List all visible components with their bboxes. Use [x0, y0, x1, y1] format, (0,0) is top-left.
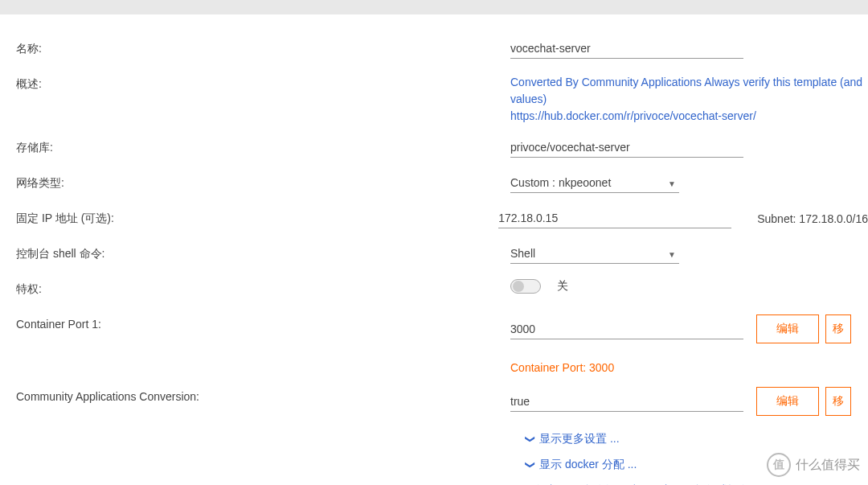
form-container: 名称: 概述: Converted By Community Applicati… [0, 14, 868, 485]
repository-row: 存储库: [16, 138, 868, 160]
privileged-row: 特权: 关 [16, 279, 868, 302]
container-port-row: Container Port 1: 编辑 移 Container Port: 3… [16, 314, 868, 374]
show-more-settings-link[interactable]: ❯ 显示更多设置 ... [526, 432, 868, 446]
overview-label: 概述: [16, 74, 510, 92]
community-conversion-input[interactable] [510, 392, 743, 412]
toggle-knob-icon [513, 281, 524, 292]
name-input[interactable] [510, 39, 743, 59]
top-bar [0, 0, 868, 14]
container-port-edit-button[interactable]: 编辑 [756, 314, 819, 343]
privileged-toggle[interactable] [510, 279, 541, 294]
network-type-row: 网络类型: ▼ [16, 173, 868, 195]
network-type-select[interactable] [510, 173, 679, 193]
repository-input[interactable] [510, 138, 743, 158]
community-conversion-row: Community Applications Conversion: 编辑 移 [16, 387, 868, 416]
container-port-hint: Container Port: 3000 [510, 361, 614, 374]
overview-line1: Converted By Community Applications Alwa… [510, 76, 862, 105]
overview-row: 概述: Converted By Community Applications … [16, 74, 868, 125]
console-shell-row: 控制台 shell 命令: ▼ [16, 244, 868, 266]
subnet-label: Subnet: 172.18.0.0/16 [757, 212, 868, 225]
repository-label: 存储库: [16, 138, 510, 155]
privileged-label: 特权: [16, 279, 510, 297]
watermark-icon: 值 [767, 453, 791, 477]
fixed-ip-label: 固定 IP 地址 (可选): [16, 208, 498, 226]
community-conversion-edit-button[interactable]: 编辑 [756, 387, 819, 416]
name-row: 名称: [16, 39, 868, 61]
console-shell-select[interactable] [510, 244, 679, 264]
chevron-down-icon: ❯ [525, 461, 536, 469]
privileged-toggle-label: 关 [557, 279, 568, 294]
console-shell-label: 控制台 shell 命令: [16, 244, 510, 261]
network-type-label: 网络类型: [16, 173, 510, 191]
name-label: 名称: [16, 39, 510, 56]
container-port-input[interactable] [510, 319, 743, 339]
container-port-label: Container Port 1: [16, 314, 510, 331]
watermark: 值 什么值得买 [767, 453, 860, 477]
show-docker-allocation-label: 显示 docker 分配 ... [539, 458, 637, 472]
community-conversion-extra-button[interactable]: 移 [825, 387, 851, 416]
overview-link[interactable]: https://hub.docker.com/r/privoce/vocecha… [510, 109, 756, 122]
chevron-down-icon: ❯ [525, 435, 536, 443]
community-conversion-label: Community Applications Conversion: [16, 387, 510, 403]
action-links: ❯ 显示更多设置 ... ❯ 显示 docker 分配 ... + 添加另一个路… [16, 432, 868, 485]
show-more-settings-label: 显示更多设置 ... [539, 432, 620, 446]
fixed-ip-input[interactable] [498, 208, 731, 228]
fixed-ip-row: 固定 IP 地址 (可选): Subnet: 172.18.0.0/16 [16, 208, 868, 231]
watermark-text: 什么值得买 [796, 457, 860, 474]
container-port-extra-button[interactable]: 移 [825, 314, 851, 343]
overview-text: Converted By Community Applications Alwa… [510, 74, 868, 125]
